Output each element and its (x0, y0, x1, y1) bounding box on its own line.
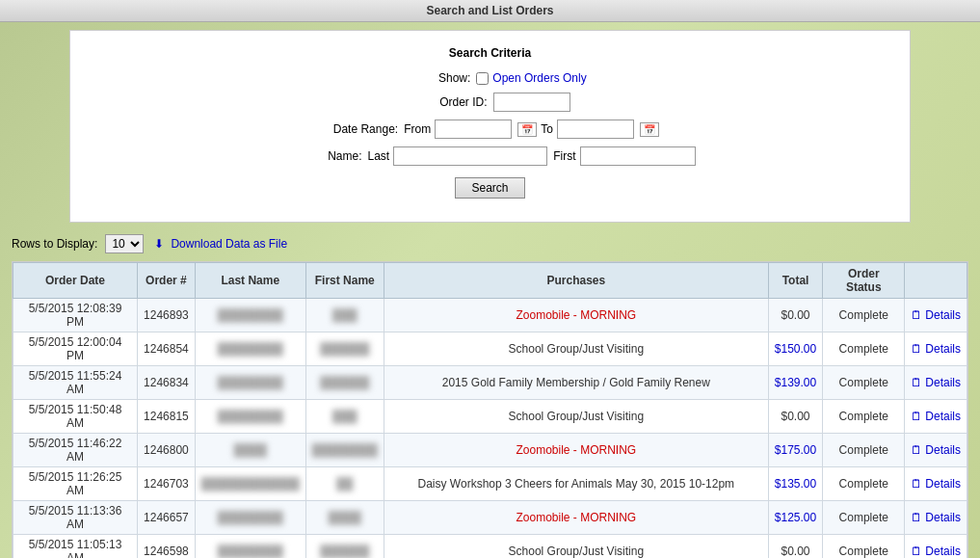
cell-date: 5/5/2015 11:50:48 AM (13, 400, 138, 434)
window-title: Search and List Orders (426, 4, 553, 17)
details-icon: 🗒 (911, 376, 922, 389)
details-button[interactable]: 🗒 Details (911, 477, 961, 491)
cell-date: 5/5/2015 12:08:39 PM (13, 299, 138, 332)
cell-details[interactable]: 🗒 Details (905, 366, 967, 400)
details-button[interactable]: 🗒 Details (911, 545, 961, 558)
title-bar: Search and List Orders (0, 0, 980, 22)
cell-total: $0.00 (768, 535, 822, 559)
cell-last-name: ████████ (195, 299, 305, 332)
cell-first-name: ██████ (305, 332, 384, 366)
cell-status: Complete (823, 366, 905, 400)
table-row: 5/5/2015 11:55:24 AM 1246834 ████████ ██… (13, 366, 967, 400)
cell-details[interactable]: 🗒 Details (905, 332, 967, 366)
cell-purchases: 2015 Gold Family Membership / Gold Famil… (384, 366, 768, 400)
cell-first-name: ████████ (305, 434, 384, 467)
cell-details[interactable]: 🗒 Details (905, 535, 967, 559)
cell-status: Complete (823, 400, 905, 434)
table-row: 5/5/2015 11:05:13 AM 1246598 ████████ ██… (13, 535, 967, 559)
first-label: First (553, 149, 575, 163)
open-orders-checkbox[interactable] (476, 72, 489, 85)
cell-first-name: ███ (305, 400, 384, 434)
search-button[interactable]: Search (455, 177, 524, 199)
cell-first-name: ██ (305, 467, 384, 501)
cell-order-num: 1246854 (138, 332, 196, 366)
cell-last-name: ████████ (195, 400, 305, 434)
first-name-input[interactable] (580, 146, 696, 166)
from-label: From (404, 122, 431, 136)
cell-last-name: ████████ (195, 535, 305, 559)
cell-total: $0.00 (768, 299, 822, 332)
details-icon: 🗒 (911, 443, 922, 457)
cell-details[interactable]: 🗒 Details (905, 299, 967, 332)
details-button[interactable]: 🗒 Details (911, 410, 961, 423)
cell-purchases: Zoomobile - MORNING (384, 434, 768, 467)
details-button[interactable]: 🗒 Details (911, 342, 961, 356)
cell-date: 5/5/2015 12:00:04 PM (13, 332, 138, 366)
cell-last-name: ████ (195, 434, 305, 467)
table-row: 5/5/2015 11:46:22 AM 1246800 ████ ██████… (13, 434, 967, 467)
cell-date: 5/5/2015 11:05:13 AM (13, 535, 138, 559)
orders-table: Order Date Order # Last Name First Name … (13, 262, 967, 558)
cell-date: 5/5/2015 11:26:25 AM (13, 467, 138, 501)
cell-details[interactable]: 🗒 Details (905, 501, 967, 535)
col-last-name: Last Name (195, 263, 305, 299)
cell-total: $0.00 (768, 400, 822, 434)
date-to-input[interactable] (557, 120, 634, 139)
details-button[interactable]: 🗒 Details (911, 308, 961, 322)
cell-purchases: Zoomobile - MORNING (384, 299, 768, 332)
last-name-input[interactable] (393, 146, 547, 166)
table-row: 5/5/2015 12:08:39 PM 1246893 ████████ ██… (13, 299, 967, 332)
cell-status: Complete (823, 434, 905, 467)
to-label: To (541, 122, 553, 136)
date-from-input[interactable] (435, 120, 512, 139)
cell-last-name: ████████ (195, 332, 305, 366)
cell-details[interactable]: 🗒 Details (905, 434, 967, 467)
details-icon: 🗒 (911, 477, 922, 491)
cell-details[interactable]: 🗒 Details (905, 400, 967, 434)
download-link[interactable]: ⬇ Download Data as File (151, 236, 287, 252)
table-row: 5/5/2015 11:26:25 AM 1246703 ███████████… (13, 467, 967, 501)
order-id-label: Order ID: (411, 95, 488, 109)
details-icon: 🗒 (911, 410, 922, 423)
cell-total: $135.00 (768, 467, 822, 501)
search-panel: Search Criteria Show: Open Orders Only O… (69, 30, 911, 223)
date-range-label: Date Range: (321, 122, 398, 136)
details-button[interactable]: 🗒 Details (911, 511, 961, 524)
cell-order-num: 1246834 (138, 366, 196, 400)
cell-first-name: ████ (305, 501, 384, 535)
table-row: 5/5/2015 12:00:04 PM 1246854 ████████ ██… (13, 332, 967, 366)
cell-total: $175.00 (768, 434, 822, 467)
cell-date: 5/5/2015 11:55:24 AM (13, 366, 138, 400)
order-id-input[interactable] (493, 93, 570, 112)
details-icon: 🗒 (911, 511, 922, 524)
cell-first-name: ██████ (305, 535, 384, 559)
cell-details[interactable]: 🗒 Details (905, 467, 967, 501)
col-order-date: Order Date (13, 263, 138, 299)
cell-last-name: ████████ (195, 501, 305, 535)
data-table-container: Order Date Order # Last Name First Name … (12, 261, 968, 558)
cell-purchases: School Group/Just Visiting (384, 332, 768, 366)
search-panel-title: Search Criteria (90, 46, 890, 60)
calendar-to-button[interactable]: 📅 (640, 122, 659, 137)
cell-status: Complete (823, 501, 905, 535)
rows-select[interactable]: 10 25 50 (105, 234, 144, 253)
col-order-status: Order Status (823, 263, 905, 299)
col-actions (905, 263, 967, 299)
cell-first-name: ██████ (305, 366, 384, 400)
cell-total: $125.00 (768, 501, 822, 535)
cell-order-num: 1246815 (138, 400, 196, 434)
cell-purchases: School Group/Just Visiting (384, 535, 768, 559)
cell-status: Complete (823, 535, 905, 559)
calendar-from-button[interactable]: 📅 (517, 122, 537, 137)
cell-last-name: ████████ (195, 366, 305, 400)
details-icon: 🗒 (911, 342, 922, 356)
show-label: Show: (393, 71, 470, 85)
cell-last-name: ████████████ (195, 467, 305, 501)
details-button[interactable]: 🗒 Details (911, 376, 961, 389)
cell-status: Complete (823, 332, 905, 366)
details-button[interactable]: 🗒 Details (911, 443, 961, 457)
cell-total: $150.00 (768, 332, 822, 366)
download-icon: ⬇ (151, 236, 167, 252)
details-icon: 🗒 (911, 308, 922, 322)
cell-first-name: ███ (305, 299, 384, 332)
